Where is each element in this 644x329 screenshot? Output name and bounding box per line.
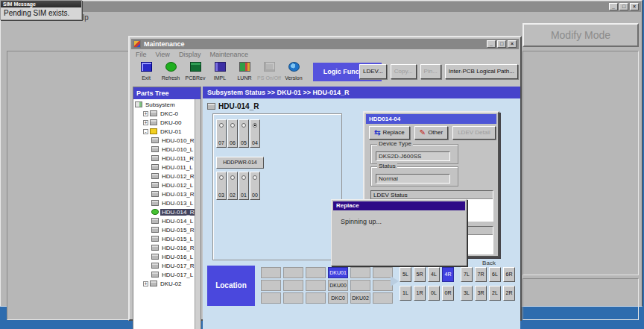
hdd-slot-04[interactable]: 04: [250, 119, 260, 148]
svp-maximize-button[interactable]: □: [619, 3, 628, 10]
toolbar-button-group: LDEV...Copy...Pin...Inter-PCB Logical Pa…: [359, 64, 518, 79]
location-cell-dku02[interactable]: DKU02: [350, 292, 370, 304]
impl-icon: [215, 62, 226, 72]
toolbar-button-pcbrev[interactable]: PCBRev: [183, 61, 207, 83]
disk-button-4l[interactable]: 4L: [428, 267, 440, 282]
svp-minimize-button[interactable]: _: [609, 3, 618, 10]
maintenance-maximize-button[interactable]: □: [497, 40, 506, 48]
disk-button-3l[interactable]: 3L: [461, 286, 473, 301]
tree-item-dku-01[interactable]: -DKU-01: [133, 127, 195, 136]
location-cell-dkc0[interactable]: DKC0: [328, 292, 348, 304]
toolbar-button-refresh[interactable]: Refresh: [159, 61, 183, 83]
maintenance-close-button[interactable]: ×: [508, 40, 517, 48]
ldev--button[interactable]: LDEV...: [359, 64, 387, 79]
maintenance-app-icon: [133, 40, 141, 48]
expand-icon[interactable]: +: [143, 111, 148, 116]
tree-item-hdu-016-r[interactable]: HDU-016_R: [133, 243, 195, 252]
tree-item-dku-02[interactable]: +DKU-02: [133, 279, 195, 288]
hdd-slot-07[interactable]: 07: [216, 119, 227, 148]
collapse-icon[interactable]: -: [143, 129, 148, 134]
node-icon: [151, 146, 159, 152]
replace-button[interactable]: ⇆Replace: [369, 126, 410, 140]
expand-icon[interactable]: +: [143, 120, 148, 125]
replace-popup-titlebar[interactable]: Replace: [333, 201, 465, 210]
disk-button-7r[interactable]: 7R: [475, 267, 487, 282]
tree-item-label: HDU-017_L: [160, 272, 195, 278]
toolbar-button-version[interactable]: Version: [282, 61, 306, 83]
tree-item-hdu-012-r[interactable]: HDU-012_R: [133, 172, 195, 181]
location-cell-empty: [283, 280, 303, 291]
tree-item-hdu-015-r[interactable]: HDU-015_R: [133, 225, 195, 234]
sim-message-titlebar[interactable]: SIM Message: [1, 1, 81, 7]
other-button[interactable]: ✎Other: [414, 126, 448, 140]
hdu-slot-row-top: 07060504: [216, 119, 260, 148]
tree-item-hdu-010-l[interactable]: HDU-010_L: [133, 145, 195, 154]
disk-button-5r[interactable]: 5R: [414, 267, 426, 282]
tree-item-subsystem[interactable]: Subsystem: [133, 100, 195, 109]
status-value: Normal: [376, 174, 450, 184]
maintenance-menu-file[interactable]: File: [136, 51, 147, 58]
hdd-slot-05[interactable]: 05: [239, 119, 249, 148]
tree-item-hdu-016-l[interactable]: HDU-016_L: [133, 252, 195, 261]
disk-button-7l[interactable]: 7L: [461, 267, 473, 282]
node-icon: [151, 236, 159, 242]
tree-item-hdu-015-l[interactable]: HDU-015_L: [133, 234, 195, 243]
tree-item-dku-00[interactable]: +DKU-00: [133, 118, 195, 127]
hdd-slot-00[interactable]: 00: [250, 172, 260, 200]
tree-item-hdu-017-r[interactable]: HDU-017_R: [133, 261, 195, 270]
hdd-power-button[interactable]: HDDPWR-014: [216, 157, 264, 169]
tree-item-hdu-010-r[interactable]: HDU-010_R: [133, 136, 195, 145]
svp-titlebar[interactable]: SVP _ □ ×: [1, 1, 641, 12]
disk-button-2l[interactable]: 2L: [489, 286, 501, 301]
tree-item-hdu-012-l[interactable]: HDU-012_L: [133, 181, 195, 189]
toolbar-button-impl[interactable]: IMPL: [208, 61, 232, 83]
tree-item-hdu-011-l[interactable]: HDU-011_L: [133, 163, 195, 172]
tree-item-hdu-013-r[interactable]: HDU-013_R: [133, 189, 195, 198]
hdd-slot-06[interactable]: 06: [227, 119, 238, 148]
maintenance-menu-display[interactable]: Display: [179, 51, 201, 58]
location-cell-dku00[interactable]: DKU00: [328, 280, 348, 291]
sim-message-window: SIM Message Pending SIM exists.: [0, 0, 82, 20]
disk-button-2r[interactable]: 2R: [503, 286, 515, 301]
disk-button-6l[interactable]: 6L: [489, 267, 501, 282]
maintenance-menu-view[interactable]: View: [156, 51, 170, 58]
disk-button-3r[interactable]: 3R: [475, 286, 487, 301]
desktop: SVP _ □ × Execute Mode Help V Modify Mod…: [0, 0, 644, 329]
power-icon: [264, 62, 275, 72]
node-icon: [150, 119, 157, 125]
hdd-slot-03[interactable]: 03: [216, 172, 227, 200]
disk-button-0r[interactable]: 0R: [442, 286, 454, 301]
toolbar-button-exit[interactable]: Exit: [134, 61, 158, 83]
tree-item-dkc-0[interactable]: +DKC-0: [133, 109, 195, 118]
tree-item-hdu-014-l[interactable]: HDU-014_L: [133, 216, 195, 225]
modify-mode-button[interactable]: Modify Mode: [523, 23, 639, 47]
disk-button-4r[interactable]: 4R: [442, 267, 454, 282]
disk-button-0l[interactable]: 0L: [428, 286, 440, 301]
maintenance-minimize-button[interactable]: _: [487, 40, 496, 48]
parts-tree-scrollbar[interactable]: [195, 99, 201, 329]
location-cell-dku01[interactable]: DKU01: [328, 267, 348, 278]
slot-lamp-icon: [242, 123, 246, 128]
tree-item-label: HDU-012_L: [160, 182, 195, 189]
tree-item-hdu-011-r[interactable]: HDU-011_R: [133, 154, 195, 163]
disk-button-6r[interactable]: 6R: [503, 267, 515, 282]
tree-item-hdu-013-l[interactable]: HDU-013_L: [133, 198, 195, 207]
location-cell-empty: [373, 280, 393, 291]
expand-icon[interactable]: +: [143, 281, 148, 286]
disk-button-1r[interactable]: 1R: [414, 286, 426, 301]
hdd-slot-02[interactable]: 02: [227, 172, 238, 200]
tree-item-hdu-017-l[interactable]: HDU-017_L: [133, 270, 195, 279]
disk-button-5l[interactable]: 5L: [400, 267, 411, 282]
svp-close-button[interactable]: ×: [630, 3, 639, 10]
tree-item-hdu-014-r[interactable]: HDU-014_R: [133, 207, 195, 216]
slot-lamp-icon: [253, 175, 257, 180]
toolbar-button-ps-on-off[interactable]: PS On/Off: [257, 61, 281, 83]
toolbar-button-lunr[interactable]: LUNR: [233, 61, 256, 83]
slot-number: 00: [250, 192, 259, 198]
ldev-detail-button: LDEV Detail: [452, 126, 496, 140]
maintenance-menu-maintenance[interactable]: Maintenance: [209, 51, 248, 58]
inter-pcb-logical-path--button[interactable]: Inter-PCB Logical Path...: [445, 64, 518, 79]
hdd-slot-01[interactable]: 01: [239, 172, 249, 200]
maintenance-titlebar[interactable]: Maintenance _ □ ×: [131, 39, 519, 49]
disk-button-1l[interactable]: 1L: [400, 286, 411, 301]
